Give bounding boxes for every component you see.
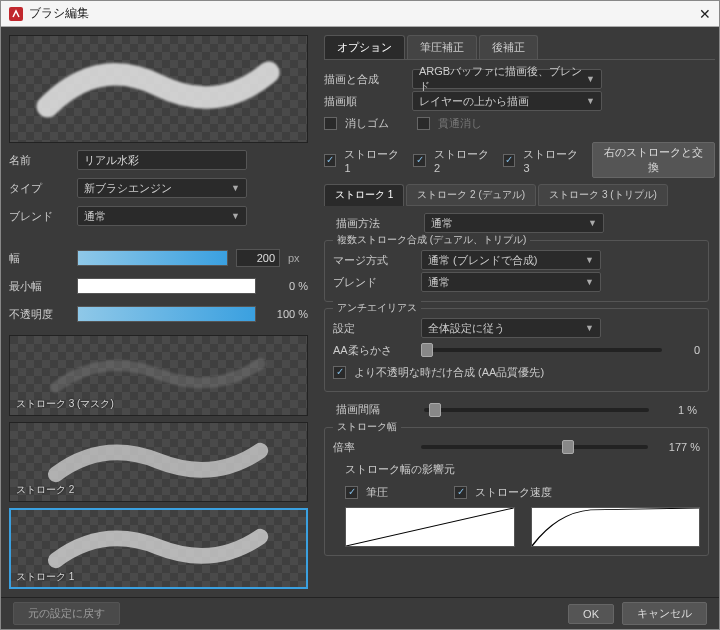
interval-slider[interactable]: [424, 403, 649, 417]
speed-checkbox[interactable]: [454, 486, 467, 499]
minwidth-label: 最小幅: [9, 279, 69, 294]
speed-curve[interactable]: [531, 507, 701, 547]
app-icon: [9, 7, 23, 21]
name-label: 名前: [9, 153, 69, 168]
brush-edit-dialog: ブラシ編集 ✕ 名前 タイプ新ブラシエンジン▼ ブレンド通常▼ 幅px 最小幅0…: [0, 0, 720, 630]
merge-label: マージ方式: [333, 253, 413, 268]
draw-order-label: 描画順: [324, 94, 404, 109]
ok-button[interactable]: OK: [568, 604, 614, 624]
opacity-slider[interactable]: [77, 306, 256, 322]
draw-comp-label: 描画と合成: [324, 72, 404, 87]
swap-stroke-button[interactable]: 右のストロークと交換: [592, 142, 715, 178]
right-panel: オプション 筆圧補正 後補正 描画と合成ARGBバッファに描画後、ブレンド▼ 描…: [316, 27, 719, 597]
eraser-label: 消しゴム: [345, 116, 389, 131]
ratio-label: 倍率: [333, 440, 413, 455]
stroke3-checkbox[interactable]: [503, 154, 515, 167]
aa-soft-value: 0: [670, 344, 700, 356]
blend-select[interactable]: 通常▼: [77, 206, 247, 226]
chevron-down-icon: ▼: [231, 211, 240, 221]
antialias-section: アンチエイリアス 設定全体設定に従う▼ AA柔らかさ0 より不透明な時だけ合成 …: [324, 308, 709, 392]
width-value[interactable]: [236, 249, 280, 267]
merge-select[interactable]: 通常 (ブレンドで合成)▼: [421, 250, 601, 270]
stroke2-checkbox[interactable]: [413, 154, 425, 167]
tab-options[interactable]: オプション: [324, 35, 405, 59]
name-input[interactable]: [77, 150, 247, 170]
window-title: ブラシ編集: [29, 5, 699, 22]
chevron-down-icon: ▼: [585, 323, 594, 333]
left-panel: 名前 タイプ新ブラシエンジン▼ ブレンド通常▼ 幅px 最小幅0 % 不透明度1…: [1, 27, 316, 597]
brush-preview-main: [9, 35, 308, 143]
ratio-value: 177 %: [656, 441, 700, 453]
stroke3-preview[interactable]: ストローク 3 (マスク): [9, 335, 308, 416]
blend2-label: ブレンド: [333, 275, 413, 290]
options-scroll[interactable]: 描画方法通常▼ 複数ストローク合成 (デュアル、トリプル) マージ方式通常 (ブ…: [324, 212, 715, 589]
stroke1-label: ストローク 1: [16, 570, 74, 584]
draw-comp-select[interactable]: ARGBバッファに描画後、ブレンド▼: [412, 69, 602, 89]
minwidth-slider[interactable]: [77, 278, 256, 294]
stroke3-label: ストローク 3 (マスク): [16, 397, 114, 411]
tab-postcorr[interactable]: 後補正: [479, 35, 538, 59]
aa-opaque-checkbox[interactable]: [333, 366, 346, 379]
multistroke-section: 複数ストローク合成 (デュアル、トリプル) マージ方式通常 (ブレンドで合成)▼…: [324, 240, 709, 302]
stroke1-checkbox[interactable]: [324, 154, 336, 167]
opacity-label: 不透明度: [9, 307, 69, 322]
pressure-curve[interactable]: [345, 507, 515, 547]
influence-label: ストローク幅の影響元: [345, 462, 700, 477]
stroke-tabs: ストローク 1 ストローク 2 (デュアル) ストローク 3 (トリプル): [324, 184, 715, 206]
chevron-down-icon: ▼: [231, 183, 240, 193]
strokewidth-section: ストローク幅 倍率177 % ストローク幅の影響元 筆圧 ストローク速度: [324, 427, 709, 556]
blend-label: ブレンド: [9, 209, 69, 224]
cancel-button[interactable]: キャンセル: [622, 602, 707, 625]
ratio-slider[interactable]: [421, 440, 648, 454]
svg-line-0: [346, 508, 514, 546]
reset-button[interactable]: 元の設定に戻す: [13, 602, 120, 625]
blend2-select[interactable]: 通常▼: [421, 272, 601, 292]
opacity-value: 100 %: [264, 308, 308, 320]
main-tabs: オプション 筆圧補正 後補正: [324, 35, 715, 60]
tab-stroke2[interactable]: ストローク 2 (デュアル): [406, 184, 536, 206]
chevron-down-icon: ▼: [585, 277, 594, 287]
interval-label: 描画間隔: [336, 402, 416, 417]
pressure-checkbox[interactable]: [345, 486, 358, 499]
width-slider[interactable]: [77, 250, 228, 266]
aa-setting-select[interactable]: 全体設定に従う▼: [421, 318, 601, 338]
aa-setting-label: 設定: [333, 321, 413, 336]
aa-soft-slider[interactable]: [421, 343, 662, 357]
chevron-down-icon: ▼: [586, 74, 595, 84]
close-icon[interactable]: ✕: [699, 6, 711, 22]
type-label: タイプ: [9, 181, 69, 196]
eraser-checkbox[interactable]: [324, 117, 337, 130]
draw-method-label: 描画方法: [336, 216, 416, 231]
chevron-down-icon: ▼: [586, 96, 595, 106]
width-label: 幅: [9, 251, 69, 266]
stroke2-preview[interactable]: ストローク 2: [9, 422, 308, 503]
aa-opaque-label: より不透明な時だけ合成 (AA品質優先): [354, 365, 544, 380]
stroke1-preview[interactable]: ストローク 1: [9, 508, 308, 589]
through-checkbox[interactable]: [417, 117, 430, 130]
chevron-down-icon: ▼: [585, 255, 594, 265]
chevron-down-icon: ▼: [588, 218, 597, 228]
titlebar: ブラシ編集 ✕: [1, 1, 719, 27]
type-select[interactable]: 新ブラシエンジン▼: [77, 178, 247, 198]
stroke2-label: ストローク 2: [16, 483, 74, 497]
tab-pressure[interactable]: 筆圧補正: [407, 35, 477, 59]
interval-value: 1 %: [657, 404, 697, 416]
tab-stroke3[interactable]: ストローク 3 (トリプル): [538, 184, 668, 206]
aa-soft-label: AA柔らかさ: [333, 343, 413, 358]
through-label: 貫通消し: [438, 116, 482, 131]
draw-method-select[interactable]: 通常▼: [424, 213, 604, 233]
tab-stroke1[interactable]: ストローク 1: [324, 184, 404, 206]
minwidth-value: 0 %: [264, 280, 308, 292]
draw-order-select[interactable]: レイヤーの上から描画▼: [412, 91, 602, 111]
footer: 元の設定に戻す OK キャンセル: [1, 597, 719, 629]
